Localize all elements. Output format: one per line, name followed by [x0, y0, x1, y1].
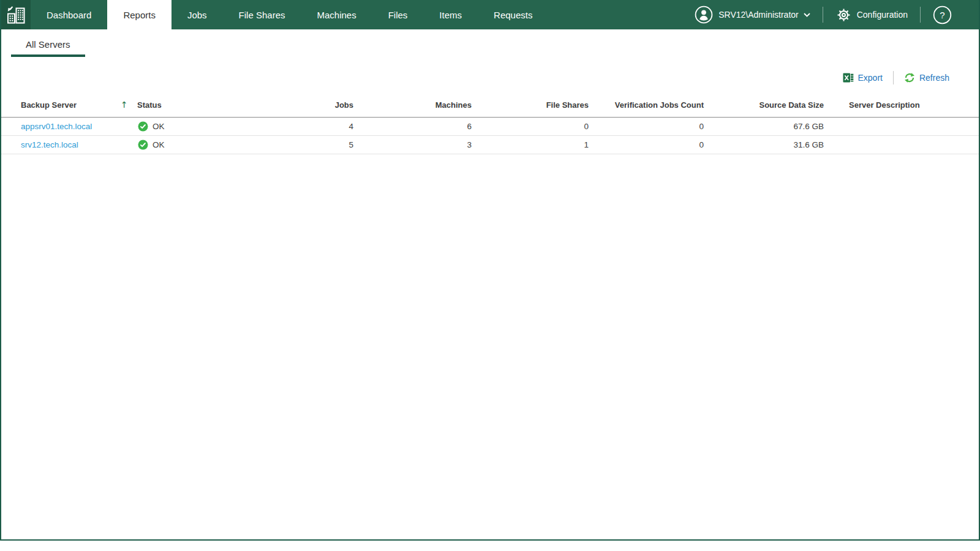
column-label: File Shares [546, 100, 589, 110]
user-name: SRV12\Administrator [718, 10, 798, 20]
help-icon: ? [933, 6, 952, 24]
column-source-data-size[interactable]: Source Data Size [710, 94, 830, 118]
refresh-button[interactable]: Refresh [904, 72, 949, 83]
nav-reports[interactable]: Reports [107, 0, 172, 29]
nav-file-shares[interactable]: File Shares [223, 0, 301, 29]
file-shares-count: 0 [478, 118, 595, 136]
toolbar-divider [893, 71, 894, 84]
column-verification-jobs-count[interactable]: Verification Jobs Count [595, 94, 710, 118]
topbar-divider [823, 7, 823, 23]
nav-requests[interactable]: Requests [478, 0, 548, 29]
source-data-size: 67.6 GB [710, 118, 830, 136]
svg-text:?: ? [940, 10, 944, 20]
status-text: OK [153, 122, 165, 131]
chevron-down-icon [804, 13, 810, 17]
nav-files[interactable]: Files [372, 0, 424, 29]
export-button[interactable]: Export [843, 72, 883, 83]
server-link[interactable]: appsrv01.tech.local [21, 122, 92, 131]
nav-jobs[interactable]: Jobs [172, 0, 223, 29]
excel-icon [843, 72, 854, 83]
column-server-description[interactable]: Server Description [830, 94, 979, 118]
table-header-row: Backup Server↑ Status Jobs Machines File… [1, 94, 979, 118]
column-label: Verification Jobs Count [615, 100, 704, 110]
configuration-button[interactable]: Configuration [835, 7, 908, 23]
column-label: Status [137, 100, 162, 110]
server-link[interactable]: srv12.tech.local [21, 140, 78, 149]
jobs-count: 4 [269, 118, 360, 136]
column-backup-server[interactable]: Backup Server↑ [1, 94, 137, 118]
column-label: Server Description [849, 100, 920, 110]
jobs-count: 5 [269, 136, 360, 154]
status-text: OK [153, 140, 165, 149]
column-label: Machines [435, 100, 472, 110]
column-jobs[interactable]: Jobs [269, 94, 360, 118]
column-label: Source Data Size [760, 100, 824, 110]
table-row: srv12.tech.local OK 5 3 1 [1, 136, 979, 154]
top-navigation-bar: Dashboard Reports Jobs File Shares Machi… [1, 0, 979, 29]
column-machines[interactable]: Machines [360, 94, 478, 118]
main-nav: Dashboard Reports Jobs File Shares Machi… [31, 0, 548, 29]
tab-all-servers[interactable]: All Servers [11, 35, 85, 57]
app-logo-icon [6, 5, 26, 24]
verification-jobs-count: 0 [595, 136, 710, 154]
verification-jobs-count: 0 [595, 118, 710, 136]
nav-machines[interactable]: Machines [301, 0, 372, 29]
table-toolbar: Export Refresh [1, 70, 979, 85]
file-shares-count: 1 [478, 136, 595, 154]
server-description [830, 136, 979, 154]
help-button[interactable]: ? [933, 6, 952, 24]
column-file-shares[interactable]: File Shares [478, 94, 595, 118]
refresh-icon [904, 72, 915, 83]
topbar-right-group: SRV12\Administrator [695, 0, 979, 29]
table-row: appsrv01.tech.local OK 4 6 0 [1, 118, 979, 136]
app-window: Dashboard Reports Jobs File Shares Machi… [0, 0, 980, 541]
user-avatar-icon [695, 6, 713, 24]
status-ok-icon [138, 121, 148, 132]
nav-dashboard[interactable]: Dashboard [31, 0, 107, 29]
app-logo[interactable] [1, 0, 31, 29]
source-data-size: 31.6 GB [710, 136, 830, 154]
export-label: Export [858, 73, 883, 83]
column-label: Backup Server [21, 100, 77, 110]
report-tabs: All Servers [1, 35, 979, 57]
nav-items[interactable]: Items [423, 0, 478, 29]
topbar-divider [920, 7, 921, 23]
refresh-label: Refresh [919, 73, 949, 83]
machines-count: 6 [360, 118, 478, 136]
server-description [830, 118, 979, 136]
column-status[interactable]: Status [137, 94, 269, 118]
gear-icon [835, 7, 852, 23]
user-menu[interactable]: SRV12\Administrator [695, 6, 810, 24]
column-label: Jobs [335, 100, 353, 110]
servers-table: Backup Server↑ Status Jobs Machines File… [1, 94, 979, 154]
configuration-label: Configuration [857, 10, 908, 20]
machines-count: 3 [360, 136, 478, 154]
sort-ascending-icon: ↑ [121, 100, 128, 110]
status-ok-icon [138, 140, 148, 150]
